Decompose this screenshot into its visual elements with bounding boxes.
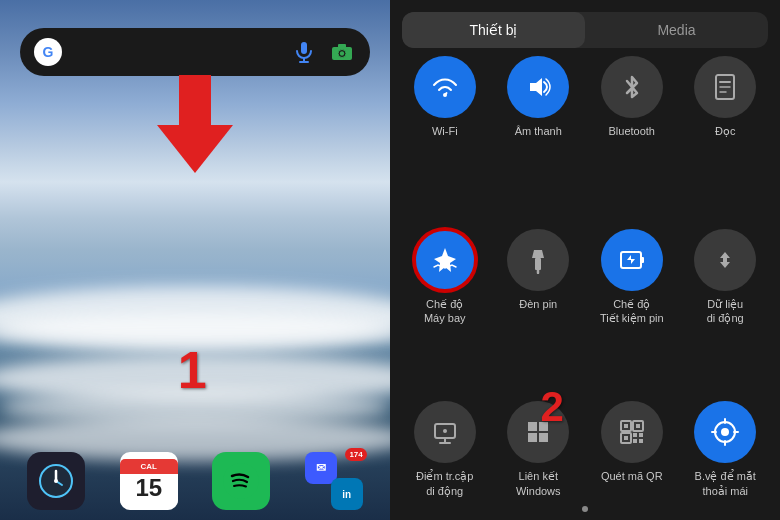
app1-icon: ✉ [305, 452, 337, 484]
mic-icon[interactable] [290, 38, 318, 66]
svg-point-11 [223, 463, 259, 499]
svg-point-10 [54, 479, 58, 483]
calendar-month-label: CAL [120, 459, 178, 474]
quick-settings-row1: Wi-Fi Âm thanh Bluetooth [390, 56, 780, 225]
svg-rect-18 [535, 258, 541, 270]
flashlight-label: Đèn pin [519, 297, 557, 311]
svg-rect-27 [528, 422, 537, 431]
svg-rect-39 [633, 439, 637, 443]
qs-item-link-windows: Liên kết Windows 2 [496, 401, 582, 498]
svg-marker-13 [530, 78, 542, 96]
quick-settings-row2: Chế độ Máy bay Đèn pin Chế đ [390, 229, 780, 398]
battery-saver-label: Chế độ Tiết kiệm pin [600, 297, 664, 326]
app2-icon: in [331, 478, 363, 510]
svg-marker-19 [532, 250, 544, 258]
airplane-button[interactable] [414, 229, 476, 291]
calendar-date-label: 15 [120, 474, 178, 503]
doc-button[interactable] [694, 56, 756, 118]
bottom-dock: CAL 15 ✉ in 174 [0, 452, 390, 510]
link-windows-button[interactable] [507, 401, 569, 463]
qs-item-flashlight: Đèn pin [496, 229, 582, 398]
search-bar[interactable]: G [20, 28, 370, 76]
tab-bar: Thiết bị Media [402, 12, 768, 48]
svg-rect-29 [528, 433, 537, 442]
battery-saver-button[interactable] [601, 229, 663, 291]
mobile-data-label: Dữ liệu di động [707, 297, 744, 326]
right-panel: Thiết bị Media Wi-Fi [390, 0, 780, 520]
bluetooth-label: Bluetooth [609, 124, 655, 138]
svg-rect-28 [539, 422, 548, 431]
airplane-label: Chế độ Máy bay [424, 297, 466, 326]
left-panel: G 1 [0, 0, 390, 520]
bluetooth-button[interactable] [601, 56, 663, 118]
spotify-app-icon[interactable] [212, 452, 270, 510]
svg-point-12 [443, 93, 447, 97]
qs-item-airplane: Chế độ Máy bay [402, 229, 488, 398]
qs-item-qr: Quét mã QR [589, 401, 675, 498]
quick-settings-row3: Điểm tr.cập di động Liên kết Windows 2 [390, 401, 780, 498]
qs-item-doc: Đọc [683, 56, 769, 225]
svg-rect-36 [624, 436, 628, 440]
red-arrow [157, 75, 233, 173]
screen-protect-button[interactable] [694, 401, 756, 463]
clock-app-icon[interactable] [27, 452, 85, 510]
qs-item-bluetooth: Bluetooth [589, 56, 675, 225]
svg-rect-6 [338, 44, 346, 48]
wifi-button[interactable] [414, 56, 476, 118]
qr-label: Quét mã QR [601, 469, 663, 483]
link-windows-label: Liên kết Windows [516, 469, 561, 498]
tab-thiet-bi[interactable]: Thiết bị [402, 12, 585, 48]
svg-rect-34 [636, 424, 640, 428]
svg-rect-40 [639, 439, 643, 443]
svg-rect-0 [301, 42, 307, 54]
qs-item-hotspot: Điểm tr.cập di động [402, 401, 488, 498]
svg-rect-30 [539, 433, 548, 442]
wifi-label: Wi-Fi [432, 124, 458, 138]
screen-protect-label: B.vệ để mắt thoải mái [695, 469, 756, 498]
sound-button[interactable] [507, 56, 569, 118]
svg-rect-32 [624, 424, 628, 428]
hotspot-button[interactable] [414, 401, 476, 463]
sound-label: Âm thanh [515, 124, 562, 138]
doc-label: Đọc [715, 124, 735, 138]
google-logo: G [34, 38, 62, 66]
flashlight-button[interactable] [507, 229, 569, 291]
svg-rect-22 [641, 257, 644, 263]
svg-point-26 [443, 429, 447, 433]
qs-item-sound: Âm thanh [496, 56, 582, 225]
qs-item-mobile-data: Dữ liệu di động [683, 229, 769, 398]
qs-item-screen-protect: B.vệ để mắt thoải mái [683, 401, 769, 498]
svg-point-5 [340, 51, 344, 55]
page-indicator [390, 498, 780, 520]
tab-media[interactable]: Media [585, 12, 768, 48]
multi-app-icon[interactable]: ✉ in 174 [305, 452, 363, 510]
qr-button[interactable] [601, 401, 663, 463]
hotspot-label: Điểm tr.cập di động [416, 469, 473, 498]
qs-item-battery-saver: Chế độ Tiết kiệm pin [589, 229, 675, 398]
svg-rect-38 [639, 433, 643, 437]
page-dot [582, 506, 588, 512]
mobile-data-button[interactable] [694, 229, 756, 291]
step-1-label: 1 [178, 340, 207, 400]
svg-rect-37 [633, 433, 637, 437]
qs-item-wifi: Wi-Fi [402, 56, 488, 225]
svg-point-42 [721, 428, 729, 436]
row3-container: Điểm tr.cập di động Liên kết Windows 2 [390, 397, 780, 498]
notification-badge: 174 [345, 448, 366, 461]
calendar-app-icon[interactable]: CAL 15 [120, 452, 178, 510]
camera-icon[interactable] [328, 38, 356, 66]
